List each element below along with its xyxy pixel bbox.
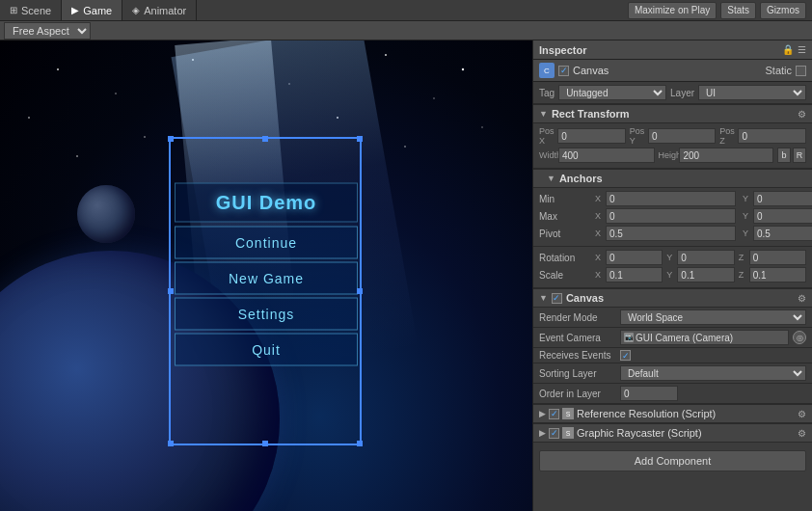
scale-x-group: X: [595, 267, 663, 282]
rect-transform-header[interactable]: ▼ Rect Transform ⚙: [533, 104, 812, 123]
min-y-letter: Y: [743, 194, 752, 203]
b-button[interactable]: b: [777, 148, 791, 163]
anchor-max-label: Max: [539, 211, 592, 222]
scale-x-input[interactable]: [606, 267, 663, 282]
max-y-letter: Y: [743, 211, 752, 221]
pos-y-input[interactable]: [648, 128, 716, 144]
height-input[interactable]: [679, 148, 773, 163]
receives-events-row: Receives Events: [533, 348, 812, 363]
rotation-z-group: Z: [739, 250, 806, 265]
sorting-layer-label: Sorting Layer: [539, 368, 616, 379]
width-input[interactable]: [558, 148, 655, 163]
graphic-raycaster-gear[interactable]: ⚙: [798, 428, 806, 439]
layer-dropdown[interactable]: UI: [698, 85, 806, 100]
reference-resolution-header[interactable]: ▶ S Reference Resolution (Script) ⚙: [533, 404, 812, 423]
game-view: GUI Demo Continue New Game Settings Quit: [0, 40, 532, 511]
svg-point-6: [462, 68, 464, 70]
pivot-x-letter: X: [595, 229, 605, 238]
pivot-y-input[interactable]: [753, 226, 812, 241]
ref-res-arrow: ▶: [539, 409, 546, 418]
receives-events-checkbox[interactable]: [620, 350, 631, 361]
rect-transform-fields: Pos X Pos Y Pos Z Wi: [533, 123, 812, 169]
canvas-name: Canvas: [573, 65, 761, 76]
pos-z-input[interactable]: [738, 128, 806, 144]
scale-row: Scale X Y Z: [539, 267, 806, 282]
graphic-raycaster-header[interactable]: ▶ S Graphic Raycaster (Script) ⚙: [533, 423, 812, 443]
svg-point-1: [115, 93, 117, 94]
svg-point-7: [28, 117, 30, 119]
tab-game[interactable]: ▶ Game: [62, 0, 122, 20]
anchor-min-y-input[interactable]: [753, 191, 812, 206]
width-group: Width: [539, 148, 655, 163]
gizmos-button[interactable]: Gizmos: [760, 2, 806, 19]
scale-z-input[interactable]: [749, 267, 806, 282]
scale-y-group: Y: [666, 267, 734, 282]
r-button[interactable]: R: [793, 148, 806, 163]
height-label: Height: [659, 150, 679, 160]
pos-row: Pos X Pos Y Pos Z: [539, 126, 806, 146]
continue-button[interactable]: Continue: [175, 227, 358, 259]
pivot-x-input[interactable]: [606, 226, 736, 241]
svg-point-12: [404, 146, 406, 148]
anchor-max-y-input[interactable]: [753, 208, 812, 224]
max-x-letter: X: [595, 211, 605, 221]
ref-res-checkbox[interactable]: [549, 409, 559, 419]
canvas-enabled-checkbox[interactable]: [558, 66, 569, 76]
anchor-max-x-input[interactable]: [606, 208, 736, 224]
aspect-select[interactable]: Free Aspect: [4, 22, 91, 40]
pos-x-label: Pos X: [539, 126, 556, 146]
width-height-row: Width Height b R: [539, 148, 806, 163]
anchors-header[interactable]: ▼ Anchors: [533, 169, 812, 188]
rotation-x-letter: X: [595, 253, 605, 262]
quit-button[interactable]: Quit: [175, 334, 358, 366]
order-in-layer-input[interactable]: [620, 386, 678, 401]
anchor-max-y: Y: [743, 208, 812, 224]
ref-res-gear[interactable]: ⚙: [798, 409, 806, 419]
sorting-layer-dropdown[interactable]: Default: [620, 365, 806, 381]
ui-panel: GUI Demo Continue New Game Settings Quit: [175, 183, 358, 369]
pivot-row: Pivot X Y: [539, 226, 806, 241]
svg-point-10: [481, 126, 482, 127]
pos-x-group: Pos X: [539, 126, 626, 146]
canvas-header: C Canvas Static: [533, 60, 812, 82]
maximize-on-play-button[interactable]: Maximize on Play: [628, 2, 717, 19]
static-checkbox[interactable]: [796, 66, 806, 76]
scale-y-input[interactable]: [677, 267, 734, 282]
new-game-button[interactable]: New Game: [175, 262, 358, 295]
anchor-min-row: Min X Y: [539, 191, 806, 206]
static-label: Static: [765, 65, 792, 76]
settings-button[interactable]: Settings: [175, 298, 358, 331]
graphic-raycaster-checkbox[interactable]: [549, 428, 559, 439]
pos-x-input[interactable]: [557, 128, 625, 144]
order-in-layer-label: Order in Layer: [539, 389, 616, 399]
lock-icon[interactable]: 🔒: [782, 44, 794, 55]
pivot-x: X: [595, 226, 736, 241]
anchor-min-x-input[interactable]: [606, 191, 736, 206]
rotation-z-input[interactable]: [749, 250, 806, 265]
svg-point-0: [57, 68, 59, 70]
rect-transform-gear[interactable]: ⚙: [798, 109, 806, 120]
canvas-section-gear[interactable]: ⚙: [798, 293, 806, 304]
render-mode-dropdown[interactable]: World Space: [620, 309, 806, 325]
pos-z-group: Pos Z: [719, 126, 806, 146]
rotation-fields: Rotation X Y Z: [533, 247, 812, 288]
scale-z-letter: Z: [739, 270, 748, 280]
scale-x-letter: X: [595, 270, 605, 280]
camera-select-button[interactable]: ◎: [793, 331, 806, 344]
rotation-label: Rotation: [539, 253, 592, 263]
menu-icon[interactable]: ☰: [798, 44, 806, 55]
tag-dropdown[interactable]: Untagged: [558, 85, 666, 100]
rotation-y-input[interactable]: [677, 250, 734, 265]
anchors-fields: Min X Y Max X Y: [533, 188, 812, 247]
rotation-row: Rotation X Y Z: [539, 250, 806, 265]
svg-point-5: [433, 97, 435, 99]
tab-scene[interactable]: ⊞ Scene: [0, 0, 62, 20]
rotation-x-input[interactable]: [606, 250, 663, 265]
canvas-section-header[interactable]: ▼ Canvas ⚙: [533, 288, 812, 308]
canvas-section-checkbox[interactable]: [552, 293, 562, 304]
tab-animator[interactable]: ◈ Animator: [122, 0, 197, 20]
add-component-button[interactable]: Add Component: [539, 450, 806, 471]
stats-button[interactable]: Stats: [720, 2, 756, 19]
tab-animator-label: Animator: [144, 5, 186, 16]
anchor-min-x: X: [595, 191, 736, 206]
